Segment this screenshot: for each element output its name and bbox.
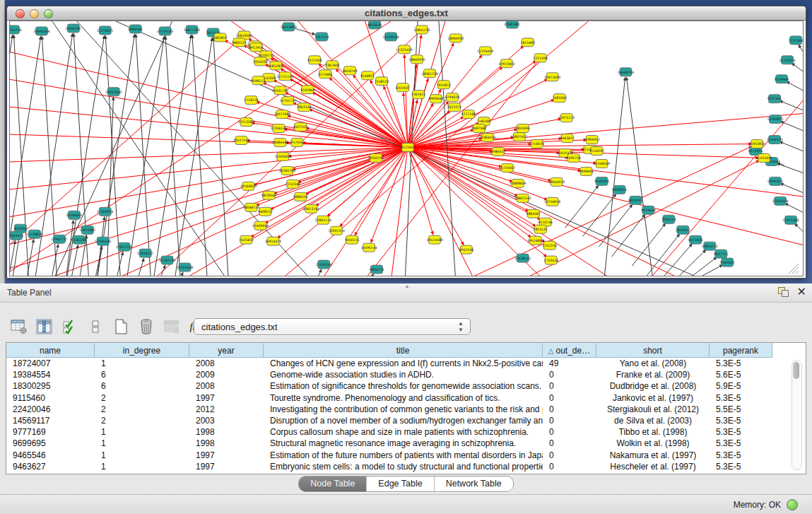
graph-node[interactable]: 10996957 xyxy=(584,136,600,144)
graph-node[interactable]: 9245652 xyxy=(720,258,734,267)
cell-short[interactable]: Jankovic et al. (1997) xyxy=(596,392,710,404)
cell-short[interactable]: Dudbridge et al. (2008) xyxy=(596,380,710,392)
graph-node[interactable]: 10077948 xyxy=(274,110,290,119)
cell-in_degree[interactable]: 2 xyxy=(95,415,189,426)
cell-in_degree[interactable]: 1 xyxy=(95,461,189,472)
cell-name[interactable]: 9465546 xyxy=(6,450,95,461)
graph-node[interactable]: 7485063 xyxy=(552,94,566,103)
cell-name[interactable]: 9699695 xyxy=(6,438,95,449)
cell-short[interactable]: Tibbo et al. (1998) xyxy=(596,426,710,438)
scrollbar-thumb[interactable] xyxy=(793,362,799,379)
cell-pagerank[interactable]: 5.3E-5 xyxy=(710,450,772,461)
graph-node[interactable]: 10973403 xyxy=(498,59,514,68)
graph-node[interactable]: 11546049 xyxy=(594,159,610,168)
cell-short[interactable]: Stergiakouli et al. (2012) xyxy=(596,404,710,415)
cell-pagerank[interactable]: 5.3E-5 xyxy=(710,438,772,449)
table-row[interactable]: 1938455462009Genome-wide association stu… xyxy=(6,369,772,380)
cell-name[interactable]: 18300295 xyxy=(6,380,95,392)
cell-pagerank[interactable]: 5.3E-5 xyxy=(710,426,772,438)
graph-node[interactable]: 8322037 xyxy=(396,83,410,92)
graph-node[interactable]: 10655287 xyxy=(65,24,81,33)
column-header-short[interactable]: short xyxy=(596,343,710,358)
graph-node[interactable]: 16033809 xyxy=(281,23,297,31)
cell-title[interactable]: Structural magnetic resonance image aver… xyxy=(264,438,543,449)
graph-node[interactable]: 6879197 xyxy=(628,196,642,204)
graph-node[interactable]: 15751874 xyxy=(779,56,795,64)
graph-node[interactable]: 10841230 xyxy=(413,25,430,34)
graph-node[interactable]: 10973493 xyxy=(544,73,560,81)
cell-title[interactable]: Disruption of a novel member of a sodium… xyxy=(264,415,543,426)
table-vertical-scrollbar[interactable] xyxy=(792,360,802,470)
cell-out_de[interactable]: 0 xyxy=(543,415,596,426)
graph-node[interactable]: 9329966 xyxy=(775,75,789,83)
cell-name[interactable]: 18724007 xyxy=(6,358,95,369)
cell-out_de[interactable]: 0 xyxy=(543,404,596,415)
cell-title[interactable]: Estimation of significance thresholds fo… xyxy=(264,380,543,392)
graph-node[interactable]: 2935114 xyxy=(661,215,676,223)
graph-node[interactable]: 29053340 xyxy=(105,88,122,96)
graph-node[interactable]: 12100146 xyxy=(316,260,332,269)
table-row[interactable]: 1872400712008Changes of HCN gene express… xyxy=(6,358,772,369)
delete-table-icon[interactable] xyxy=(137,317,155,336)
graph-node[interactable]: 3824594 xyxy=(516,124,530,133)
graph-node[interactable]: 1216026 xyxy=(529,140,543,148)
graph-node[interactable]: 9474444 xyxy=(641,206,655,214)
cell-in_degree[interactable]: 6 xyxy=(95,380,189,392)
cell-out_de[interactable]: 49 xyxy=(543,358,596,369)
graph-node[interactable]: 8471626 xyxy=(688,235,702,244)
tab-node-table[interactable]: Node Table xyxy=(299,477,367,491)
graph-node[interactable]: 16260781 xyxy=(279,166,295,175)
graph-node[interactable]: 1121304 xyxy=(789,36,803,45)
graph-node[interactable]: 20687682 xyxy=(504,21,520,28)
cell-year[interactable]: 2008 xyxy=(189,380,264,392)
graph-node[interactable]: 12942737 xyxy=(51,235,67,243)
graph-node[interactable]: 12595695 xyxy=(275,152,291,160)
graph-node[interactable]: 17957255 xyxy=(116,243,132,251)
cell-pagerank[interactable]: 5.6E-5 xyxy=(710,369,772,380)
cell-year[interactable]: 1997 xyxy=(189,461,264,472)
cell-short[interactable]: Wolkin et al. (1998) xyxy=(596,438,710,449)
cell-name[interactable]: 22420046 xyxy=(6,404,95,415)
graph-node[interactable]: 15276021 xyxy=(97,26,113,35)
cell-title[interactable]: Embryonic stem cells: a model to study s… xyxy=(264,461,543,472)
graph-node[interactable]: 16648784 xyxy=(618,68,634,76)
tab-edge-table[interactable]: Edge Table xyxy=(367,477,434,491)
table-row[interactable]: 969969511998Structural magnetic resonanc… xyxy=(6,438,772,449)
graph-node[interactable]: 9242845 xyxy=(300,86,314,94)
graph-node[interactable]: 9990448 xyxy=(429,95,443,103)
graph-node[interactable]: 16046726 xyxy=(243,203,259,211)
graph-node[interactable]: 19166825 xyxy=(240,182,257,190)
cell-title[interactable]: Genome-wide association studies in ADHD. xyxy=(264,369,543,380)
cell-year[interactable]: 2009 xyxy=(189,369,264,380)
cell-name[interactable]: 19384554 xyxy=(6,369,95,380)
tab-network-table[interactable]: Network Table xyxy=(435,477,513,491)
table-row[interactable]: 2242004622012Investigating the contribut… xyxy=(6,404,772,415)
show-column-icon[interactable] xyxy=(35,317,54,336)
graph-node[interactable]: 9697568 xyxy=(472,124,486,133)
graph-node[interactable]: 18300295 xyxy=(367,153,384,162)
column-header-name[interactable]: name xyxy=(6,343,95,358)
network-view-window[interactable]: citations_edges.txt 14055716206914061065… xyxy=(6,6,806,279)
graph-node[interactable]: 7252348 xyxy=(286,180,300,188)
cell-year[interactable]: 2012 xyxy=(189,404,264,415)
graph-node[interactable]: 8454749 xyxy=(343,66,357,75)
graph-node[interactable]: 10688609 xyxy=(510,179,526,187)
table-row[interactable]: 1830029562008Estimation of significance … xyxy=(6,380,772,392)
table-row[interactable]: 946554611997Estimation of the future num… xyxy=(6,450,772,461)
graph-node[interactable]: 9498222 xyxy=(258,207,272,216)
column-header-title[interactable]: title xyxy=(264,343,543,358)
graph-node[interactable]: 1621072 xyxy=(447,103,461,112)
graph-node[interactable]: 9777169 xyxy=(461,110,476,119)
graph-node[interactable]: 16782759 xyxy=(159,256,175,264)
graph-node[interactable]: 9154091 xyxy=(589,147,604,156)
graph-node[interactable]: 19756928 xyxy=(544,197,560,206)
memory-status-led-icon[interactable] xyxy=(787,499,798,510)
create-new-table-icon[interactable] xyxy=(112,317,130,336)
graph-node[interactable]: 12505185 xyxy=(95,237,111,245)
graph-node[interactable]: 18640910 xyxy=(408,55,425,64)
cell-year[interactable]: 1998 xyxy=(189,426,264,438)
graph-node[interactable]: 18524588 xyxy=(426,235,442,244)
graph-node[interactable]: 10852851 xyxy=(268,62,284,70)
cell-out_de[interactable]: 0 xyxy=(543,461,596,472)
graph-node[interactable]: 16961758 xyxy=(421,69,437,78)
